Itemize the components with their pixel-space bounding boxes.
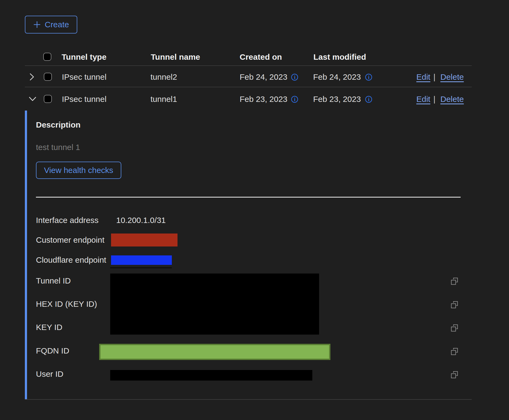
svg-text:i: i [294, 74, 295, 80]
svg-text:i: i [368, 96, 369, 102]
svg-text:i: i [368, 74, 369, 80]
svg-text:i: i [294, 96, 295, 102]
